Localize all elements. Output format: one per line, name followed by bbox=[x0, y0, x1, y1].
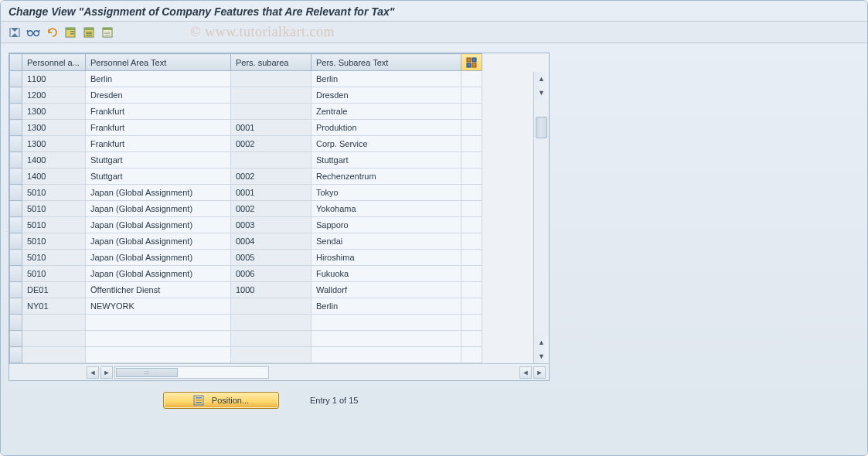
cell-empty[interactable] bbox=[86, 347, 231, 363]
cell-personnel-area[interactable]: 5010 bbox=[22, 185, 86, 201]
cell-personnel-area-text[interactable]: Japan (Global Assignment) bbox=[86, 250, 231, 266]
table-row-empty[interactable] bbox=[10, 331, 482, 347]
cell-pers-subarea-text[interactable]: Corp. Service bbox=[311, 136, 461, 152]
cell-empty[interactable] bbox=[231, 347, 311, 363]
row-selector[interactable] bbox=[10, 120, 22, 136]
table-row[interactable]: 5010Japan (Global Assignment)0001Tokyo bbox=[10, 185, 482, 201]
table-row[interactable]: 1400Stuttgart0002Rechenzentrum bbox=[10, 168, 482, 185]
cell-pers-subarea[interactable]: 0004 bbox=[231, 233, 311, 250]
cell-pers-subarea[interactable]: 0005 bbox=[231, 250, 311, 266]
table-row[interactable]: 1300Frankfurt0002Corp. Service bbox=[10, 136, 482, 152]
row-selector[interactable] bbox=[10, 87, 22, 104]
cell-pers-subarea[interactable]: 0002 bbox=[231, 201, 311, 217]
cell-personnel-area[interactable]: 1300 bbox=[22, 104, 86, 120]
horizontal-scrollbar[interactable]: ◄ ► ::: ◄ ► bbox=[9, 363, 549, 380]
cell-personnel-area-text[interactable]: Japan (Global Assignment) bbox=[86, 233, 231, 250]
cell-personnel-area-text[interactable]: Japan (Global Assignment) bbox=[86, 201, 231, 217]
cell-personnel-area-text[interactable]: NEWYORK bbox=[86, 298, 231, 315]
row-selector[interactable] bbox=[10, 136, 22, 152]
cell-personnel-area[interactable]: 5010 bbox=[22, 233, 86, 250]
hscroll-thumb[interactable]: ::: bbox=[116, 368, 178, 377]
cell-personnel-area-text[interactable]: Frankfurt bbox=[86, 136, 231, 152]
cell-personnel-area[interactable]: 5010 bbox=[22, 266, 86, 282]
vertical-scrollbar[interactable]: ▲ ▼ ▲ ▼ bbox=[533, 72, 549, 363]
table-row[interactable]: 1100BerlinBerlin bbox=[10, 71, 482, 87]
table-row[interactable]: 5010Japan (Global Assignment)0003Sapporo bbox=[10, 217, 482, 233]
column-header-pers-subarea-text[interactable]: Pers. Subarea Text bbox=[311, 54, 461, 71]
column-header-personnel-area[interactable]: Personnel a... bbox=[22, 54, 86, 71]
cell-pers-subarea-text[interactable]: Sendai bbox=[311, 233, 461, 250]
scroll-down-icon[interactable]: ▼ bbox=[535, 86, 549, 100]
cell-pers-subarea[interactable] bbox=[231, 71, 311, 87]
glasses-icon[interactable] bbox=[26, 25, 41, 40]
cell-pers-subarea[interactable]: 0002 bbox=[231, 168, 311, 185]
cell-empty[interactable] bbox=[86, 315, 231, 331]
cell-personnel-area-text[interactable]: Frankfurt bbox=[86, 104, 231, 120]
cell-pers-subarea-text[interactable]: Berlin bbox=[311, 298, 461, 315]
scrollbar-track[interactable] bbox=[534, 100, 549, 335]
row-selector[interactable] bbox=[10, 347, 22, 363]
cell-pers-subarea[interactable] bbox=[231, 87, 311, 104]
table-row-empty[interactable] bbox=[10, 315, 482, 331]
row-selector[interactable] bbox=[10, 315, 22, 331]
cell-pers-subarea[interactable]: 0001 bbox=[231, 185, 311, 201]
cell-empty[interactable] bbox=[86, 331, 231, 347]
cell-pers-subarea[interactable] bbox=[231, 298, 311, 315]
cell-empty[interactable] bbox=[22, 315, 86, 331]
cell-personnel-area[interactable]: NY01 bbox=[22, 298, 86, 315]
cell-pers-subarea-text[interactable]: Dresden bbox=[311, 87, 461, 104]
table-row[interactable]: 5010Japan (Global Assignment)0002Yokoham… bbox=[10, 201, 482, 217]
cell-pers-subarea-text[interactable]: Zentrale bbox=[311, 104, 461, 120]
cell-pers-subarea[interactable] bbox=[231, 152, 311, 168]
cell-personnel-area[interactable]: 1200 bbox=[22, 87, 86, 104]
position-button[interactable]: Position... bbox=[163, 392, 279, 409]
cell-pers-subarea-text[interactable]: Tokyo bbox=[311, 185, 461, 201]
undo-icon[interactable] bbox=[44, 25, 60, 40]
scroll-right-icon[interactable]: ► bbox=[100, 366, 113, 379]
row-selector[interactable] bbox=[10, 217, 22, 233]
row-selector[interactable] bbox=[10, 250, 22, 266]
cell-personnel-area-text[interactable]: Japan (Global Assignment) bbox=[86, 185, 231, 201]
select-all-icon[interactable] bbox=[81, 25, 97, 40]
cell-personnel-area[interactable]: DE01 bbox=[22, 282, 86, 298]
cell-personnel-area-text[interactable]: Öffentlicher Dienst bbox=[86, 282, 231, 298]
cell-personnel-area-text[interactable]: Stuttgart bbox=[86, 152, 231, 168]
scrollbar-thumb[interactable] bbox=[536, 117, 547, 138]
cell-pers-subarea-text[interactable]: Sapporo bbox=[311, 217, 461, 233]
cell-empty[interactable] bbox=[231, 315, 311, 331]
cell-personnel-area[interactable]: 1300 bbox=[22, 136, 86, 152]
cell-pers-subarea[interactable]: 1000 bbox=[231, 282, 311, 298]
cell-pers-subarea[interactable]: 0003 bbox=[231, 217, 311, 233]
cell-personnel-area[interactable]: 1100 bbox=[22, 71, 86, 87]
cell-pers-subarea-text[interactable]: Berlin bbox=[311, 71, 461, 87]
row-selector[interactable] bbox=[10, 266, 22, 282]
cell-personnel-area[interactable]: 1400 bbox=[22, 152, 86, 168]
cell-pers-subarea[interactable]: 0002 bbox=[231, 136, 311, 152]
row-selector[interactable] bbox=[10, 233, 22, 250]
cell-personnel-area-text[interactable]: Dresden bbox=[86, 87, 231, 104]
scroll-up-bottom-icon[interactable]: ▲ bbox=[535, 335, 549, 349]
scroll-right-end-icon[interactable]: ► bbox=[533, 366, 546, 379]
table-row[interactable]: NY01NEWYORKBerlin bbox=[10, 298, 482, 315]
row-selector[interactable] bbox=[10, 185, 22, 201]
cell-personnel-area[interactable]: 5010 bbox=[22, 201, 86, 217]
data-table[interactable]: Personnel a... Personnel Area Text Pers.… bbox=[9, 53, 482, 363]
cell-pers-subarea-text[interactable]: Stuttgart bbox=[311, 152, 461, 168]
save-variant-icon[interactable] bbox=[63, 25, 78, 40]
cell-pers-subarea-text[interactable]: Rechenzentrum bbox=[311, 168, 461, 185]
row-selector[interactable] bbox=[10, 168, 22, 185]
cell-pers-subarea-text[interactable]: Walldorf bbox=[311, 282, 461, 298]
cell-personnel-area-text[interactable]: Stuttgart bbox=[86, 168, 231, 185]
row-selector[interactable] bbox=[10, 282, 22, 298]
cell-personnel-area-text[interactable]: Japan (Global Assignment) bbox=[86, 217, 231, 233]
cell-personnel-area[interactable]: 5010 bbox=[22, 217, 86, 233]
row-selector[interactable] bbox=[10, 201, 22, 217]
scroll-left-icon[interactable]: ◄ bbox=[87, 366, 99, 379]
cell-personnel-area-text[interactable]: Berlin bbox=[86, 71, 231, 87]
scroll-left-end-icon[interactable]: ◄ bbox=[519, 366, 532, 379]
table-row-empty[interactable] bbox=[10, 347, 482, 363]
table-row[interactable]: DE01Öffentlicher Dienst1000Walldorf bbox=[10, 282, 482, 298]
cell-empty[interactable] bbox=[22, 331, 86, 347]
cell-personnel-area-text[interactable]: Japan (Global Assignment) bbox=[86, 266, 231, 282]
cell-pers-subarea-text[interactable]: Yokohama bbox=[311, 201, 461, 217]
